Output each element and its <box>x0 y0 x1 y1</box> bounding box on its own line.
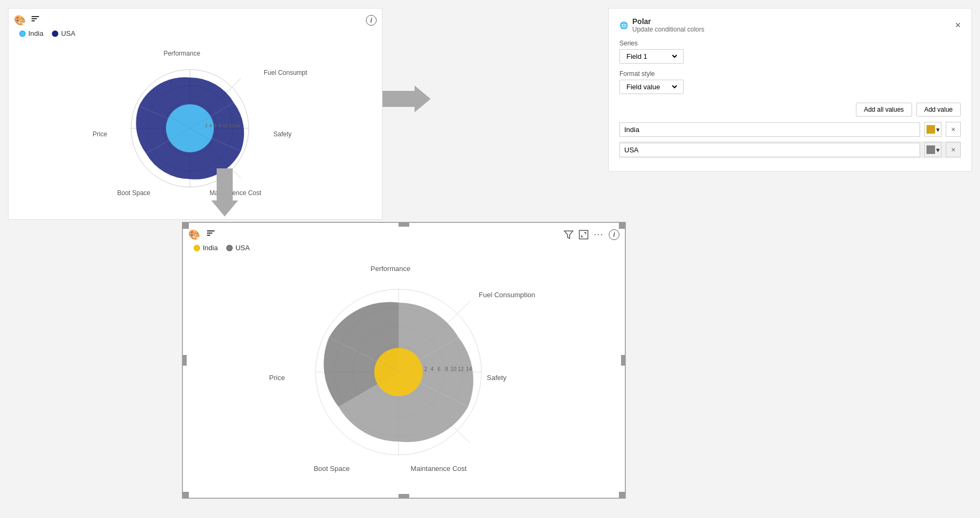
india-color-swatch <box>927 125 935 134</box>
resize-handle-mr[interactable] <box>621 355 625 366</box>
arrow-down <box>209 168 241 217</box>
india-color-picker[interactable]: ▾ <box>924 122 941 137</box>
legend-dot-india-top <box>19 30 26 37</box>
usa-remove-button[interactable]: × <box>946 142 961 157</box>
add-buttons-row: Add all values Add value <box>619 103 961 117</box>
india-value-input[interactable] <box>619 122 920 137</box>
top-polar-chart: Performance Fuel Consumption Safety Main… <box>14 43 377 214</box>
legend-usa-bottom: USA <box>226 244 250 252</box>
legend-dot-india-bottom <box>194 245 200 251</box>
resize-handle-bl[interactable] <box>182 492 189 498</box>
legend-india-bottom: India <box>194 244 218 252</box>
svg-text:Boot Space: Boot Space <box>117 189 150 197</box>
usa-color-picker[interactable]: ▾ <box>924 142 941 157</box>
bottom-polar-chart: Performance Fuel Consumption Safety Main… <box>188 257 619 492</box>
toolbar-left: 🎨 <box>14 14 41 26</box>
legend-india-top: India <box>19 29 43 37</box>
svg-text:4: 4 <box>431 366 434 372</box>
top-chart-panel: 🎨 i India USA Performance Fuel Consumpti… <box>8 8 382 220</box>
legend-label-usa-bottom: USA <box>235 244 250 252</box>
svg-marker-31 <box>564 231 573 238</box>
svg-text:Fuel Consumption: Fuel Consumption <box>479 291 535 299</box>
top-legend: India USA <box>19 29 377 37</box>
svg-text:10: 10 <box>223 123 228 128</box>
svg-text:2: 2 <box>424 366 427 372</box>
svg-text:10: 10 <box>450 366 457 372</box>
bottom-chart-panel: 🎨 ··· i India USA <box>182 222 626 499</box>
series-label: Series <box>619 40 961 47</box>
legend-dot-usa-bottom <box>226 245 233 251</box>
svg-text:Safety: Safety <box>487 374 507 382</box>
sort-icon[interactable] <box>30 14 41 26</box>
svg-rect-32 <box>579 230 588 239</box>
palette-icon-bottom[interactable]: 🎨 <box>188 229 200 241</box>
bottom-legend: India USA <box>194 244 619 252</box>
info-icon-top[interactable]: i <box>366 15 377 26</box>
add-value-button[interactable]: Add value <box>916 103 961 117</box>
series-select-input[interactable]: Field 1 <box>624 52 679 61</box>
svg-marker-27 <box>211 168 238 217</box>
svg-marker-26 <box>382 86 431 112</box>
svg-text:Fuel Consumption: Fuel Consumption <box>264 69 308 76</box>
right-panel: 🌐 Polar Update conditional colors × Seri… <box>608 8 972 172</box>
svg-text:14: 14 <box>466 366 472 372</box>
legend-label-india-top: India <box>28 29 43 37</box>
legend-label-india-bottom: India <box>203 244 218 252</box>
india-chevron-icon: ▾ <box>936 126 940 134</box>
legend-label-usa-top: USA <box>61 29 75 37</box>
bottom-chart-toolbar: 🎨 ··· i <box>188 228 619 241</box>
svg-text:6: 6 <box>438 366 441 372</box>
svg-text:8: 8 <box>219 123 221 128</box>
format-style-select-input[interactable]: Field value <box>624 82 679 91</box>
svg-text:Performance: Performance <box>371 265 410 273</box>
palette-icon[interactable]: 🎨 <box>14 14 26 26</box>
panel-globe-icon: 🌐 <box>619 21 628 29</box>
info-icon-bottom[interactable]: i <box>609 229 619 240</box>
panel-subtitle: Update conditional colors <box>632 26 705 33</box>
filter-icon[interactable] <box>564 230 573 239</box>
svg-text:2: 2 <box>205 123 208 128</box>
resize-handle-ml[interactable] <box>182 355 187 366</box>
svg-text:Price: Price <box>93 130 108 138</box>
top-chart-toolbar: 🎨 i <box>14 14 377 26</box>
sort-icon-bottom[interactable] <box>205 228 216 241</box>
format-style-select[interactable]: Field value <box>619 80 684 94</box>
usa-color-row: ▾ × <box>619 141 961 158</box>
svg-text:Price: Price <box>269 374 285 382</box>
resize-handle-tr[interactable] <box>619 222 625 229</box>
legend-usa-top: USA <box>52 29 75 37</box>
series-select[interactable]: Field 1 <box>619 49 684 64</box>
expand-icon[interactable] <box>579 230 588 239</box>
resize-handle-bm[interactable] <box>399 494 409 498</box>
svg-text:Boot Space: Boot Space <box>313 465 349 473</box>
bottom-chart-inner: 🎨 ··· i India USA <box>183 223 625 498</box>
close-button[interactable]: × <box>955 20 961 30</box>
resize-handle-br[interactable] <box>619 492 625 498</box>
svg-text:4: 4 <box>209 123 212 128</box>
usa-chevron-icon: ▾ <box>936 146 940 154</box>
add-all-values-button[interactable]: Add all values <box>856 103 912 117</box>
svg-text:12: 12 <box>458 366 464 372</box>
bottom-toolbar-left: 🎨 <box>188 228 216 241</box>
usa-value-input[interactable] <box>619 143 920 157</box>
svg-text:14: 14 <box>234 123 240 128</box>
usa-color-swatch <box>927 145 935 154</box>
svg-text:Performance: Performance <box>164 50 201 57</box>
india-color-row: ▾ × <box>619 122 961 137</box>
panel-title-row: 🌐 Polar Update conditional colors <box>619 17 705 33</box>
svg-text:12: 12 <box>229 123 234 128</box>
india-remove-button[interactable]: × <box>946 122 961 137</box>
bottom-toolbar-right: ··· i <box>564 229 619 240</box>
svg-text:8: 8 <box>445 366 448 372</box>
svg-text:Maintanence Cost: Maintanence Cost <box>411 465 467 473</box>
svg-text:6: 6 <box>214 123 217 128</box>
more-icon[interactable]: ··· <box>594 229 603 240</box>
legend-dot-usa-top <box>52 30 58 37</box>
svg-text:Safety: Safety <box>273 130 292 138</box>
panel-header: 🌐 Polar Update conditional colors × <box>619 17 961 33</box>
arrow-right <box>382 83 431 115</box>
resize-handle-tl[interactable] <box>182 222 189 229</box>
panel-title: Polar <box>632 17 705 26</box>
resize-handle-tm[interactable] <box>399 222 409 227</box>
format-style-label: Format style <box>619 70 961 78</box>
